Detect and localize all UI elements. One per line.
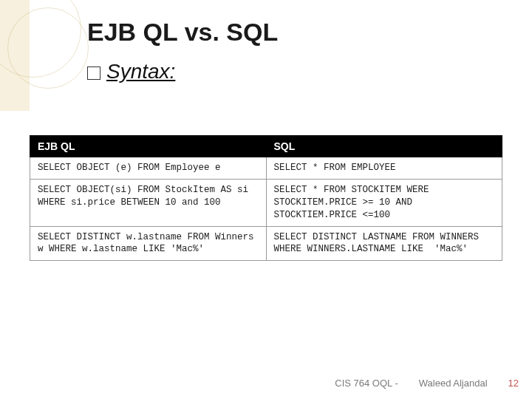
cell-sql: SELECT DISTINCT LASTNAME FROM WINNERS WH… bbox=[266, 226, 502, 261]
cell-ejbql: SELECT DISTINCT w.lastname FROM Winners … bbox=[30, 226, 267, 261]
cell-ejbql: SELECT OBJECT (e) FROM Employee e bbox=[30, 157, 267, 180]
slide-content: EJB QL vs. SQL Syntax: EJB QL SQL SELECT… bbox=[0, 0, 532, 261]
footer-page-number: 12 bbox=[508, 378, 519, 389]
footer-course: CIS 764 OQL - bbox=[335, 378, 398, 389]
table-header-sql: SQL bbox=[266, 136, 502, 157]
cell-sql: SELECT * FROM STOCKITEM WERE STOCKITEM.P… bbox=[266, 179, 502, 226]
cell-ejbql: SELECT OBJECT(si) FROM StockItem AS si W… bbox=[30, 179, 267, 226]
slide-footer: CIS 764 OQL - Waleed Aljandal 12 bbox=[335, 378, 519, 389]
table-row: SELECT DISTINCT w.lastname FROM Winners … bbox=[30, 226, 502, 261]
table-row: SELECT OBJECT(si) FROM StockItem AS si W… bbox=[30, 179, 502, 226]
table-header-ejbql: EJB QL bbox=[30, 136, 267, 157]
comparison-table-wrap: EJB QL SQL SELECT OBJECT (e) FROM Employ… bbox=[0, 135, 532, 261]
comparison-table: EJB QL SQL SELECT OBJECT (e) FROM Employ… bbox=[30, 135, 502, 261]
table-row: SELECT OBJECT (e) FROM Employee e SELECT… bbox=[30, 157, 502, 180]
slide-title: EJB QL vs. SQL bbox=[87, 18, 532, 47]
subtitle-row: Syntax: bbox=[87, 60, 532, 83]
footer-author: Waleed Aljandal bbox=[419, 378, 488, 389]
square-bullet-icon bbox=[87, 66, 100, 80]
subtitle-text: Syntax: bbox=[106, 60, 175, 83]
cell-sql: SELECT * FROM EMPLOYEE bbox=[266, 157, 502, 180]
